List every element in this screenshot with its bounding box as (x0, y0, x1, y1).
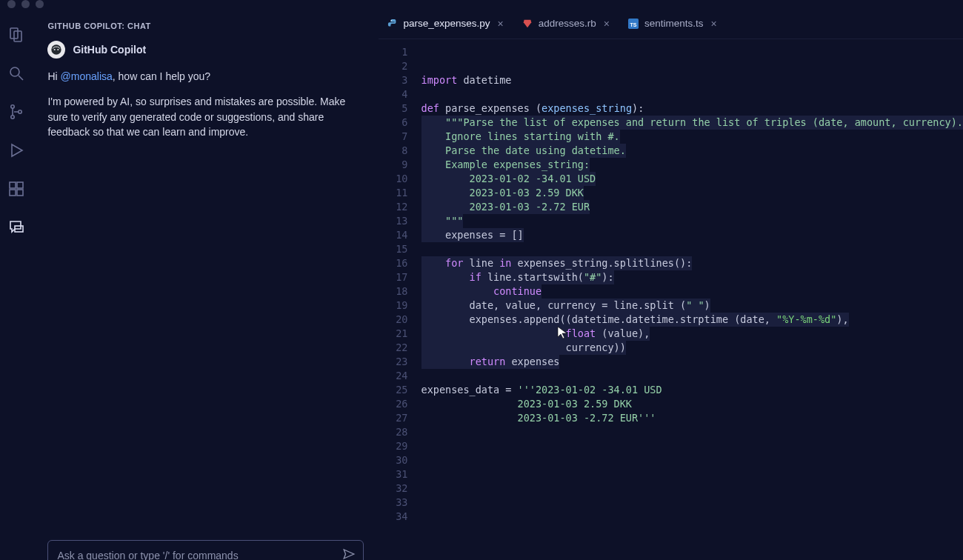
code-line[interactable]: 2023-01-03 -2.72 EUR (421, 200, 964, 214)
svg-rect-7 (10, 182, 16, 188)
copilot-avatar-icon (47, 41, 65, 59)
svg-point-12 (52, 44, 61, 54)
svg-point-14 (58, 49, 59, 50)
chat-input[interactable] (47, 540, 363, 560)
close-icon[interactable]: × (498, 18, 504, 30)
tab-parse-expenses[interactable]: parse_expenses.py × (379, 8, 513, 39)
code-line[interactable]: for line in expenses_string.splitlines()… (421, 256, 964, 270)
code-line[interactable]: continue (421, 284, 964, 299)
activity-bar (0, 8, 33, 560)
svg-point-4 (11, 105, 14, 108)
mention[interactable]: @monalisa (61, 70, 113, 82)
tab-label: addresses.rb (539, 18, 596, 29)
code-line[interactable]: expenses.append((datetime.datetime.strpt… (421, 313, 964, 327)
code-line[interactable]: 2023-01-03 2.59 DKK (421, 397, 964, 411)
code-line[interactable] (421, 439, 964, 453)
window-dot[interactable] (7, 0, 16, 8)
code-line[interactable]: date, value, currency = line.split (" ") (421, 299, 964, 313)
code-line[interactable]: expenses = [] (421, 228, 964, 242)
tab-label: sentiments.ts (644, 18, 704, 29)
search-icon[interactable] (7, 64, 25, 82)
code-line[interactable]: 2023-01-03 2.59 DKK (421, 186, 964, 200)
code-line[interactable]: def parse_expenses (expenses_string): (421, 101, 964, 116)
code-line[interactable]: Example expenses_string: (421, 158, 964, 172)
code-line[interactable]: 2023-01-02 -34.01 USD (421, 172, 964, 186)
code-line[interactable]: """ (421, 214, 964, 228)
code-line[interactable] (421, 467, 964, 481)
code-line[interactable]: expenses_data = '''2023-01-02 -34.01 USD (421, 383, 964, 397)
code-line[interactable] (421, 538, 964, 552)
greeting-message: Hi @monalisa, how can I help you? (47, 69, 363, 84)
disclaimer-message: I'm powered by AI, so surprises and mist… (47, 94, 363, 139)
svg-point-5 (11, 116, 14, 119)
extensions-icon[interactable] (7, 180, 25, 198)
code-line[interactable] (421, 242, 964, 256)
run-debug-icon[interactable] (7, 141, 25, 159)
close-icon[interactable]: × (604, 18, 610, 30)
svg-point-2 (10, 67, 19, 76)
code-line[interactable]: currency)) (421, 341, 964, 355)
code-line[interactable] (421, 369, 964, 383)
svg-point-6 (19, 110, 21, 113)
source-control-icon[interactable] (7, 103, 25, 121)
copilot-chat-panel: GITHUB COPILOT: CHAT GitHub Copilot Hi @… (33, 8, 378, 560)
ruby-file-icon (522, 19, 533, 29)
svg-rect-8 (17, 182, 23, 188)
explorer-icon[interactable] (7, 26, 25, 44)
agent-name: GitHub Copilot (73, 44, 146, 56)
chat-text-input[interactable] (57, 550, 341, 560)
titlebar (0, 0, 963, 8)
window-dot[interactable] (36, 0, 44, 8)
editor-area: parse_expenses.py × addresses.rb × TS se… (379, 8, 964, 560)
code-line[interactable]: 2023-01-03 -2.72 EUR''' (421, 411, 964, 425)
code-line[interactable] (421, 510, 964, 524)
code-content[interactable]: import datetimedef parse_expenses (expen… (421, 45, 964, 560)
code-line[interactable]: import datetime (421, 73, 964, 87)
code-line[interactable] (421, 87, 964, 101)
svg-rect-10 (17, 190, 23, 196)
code-line[interactable]: float (value), (421, 327, 964, 341)
line-number-gutter: 1234567891011121314151617181920212223242… (379, 45, 421, 560)
code-editor[interactable]: 1234567891011121314151617181920212223242… (379, 39, 964, 560)
panel-title: GITHUB COPILOT: CHAT (40, 8, 370, 41)
code-line[interactable] (421, 481, 964, 496)
svg-point-13 (54, 49, 56, 50)
code-line[interactable]: Ignore lines starting with #. (421, 130, 964, 144)
code-line[interactable] (421, 524, 964, 538)
code-line[interactable] (421, 453, 964, 467)
send-button[interactable] (342, 547, 356, 560)
code-line[interactable] (421, 496, 964, 510)
main-layout: GITHUB COPILOT: CHAT GitHub Copilot Hi @… (0, 8, 963, 560)
tab-label: parse_expenses.py (404, 18, 490, 29)
window-dot[interactable] (21, 0, 30, 8)
editor-tabs: parse_expenses.py × addresses.rb × TS se… (379, 8, 964, 39)
code-line[interactable]: """Parse the list of expenses and return… (421, 116, 964, 130)
code-line[interactable]: if line.startswith("#"): (421, 270, 964, 284)
code-line[interactable]: Parse the date using datetime. (421, 144, 964, 158)
python-file-icon (387, 19, 398, 29)
svg-text:TS: TS (630, 21, 637, 27)
svg-rect-9 (10, 190, 16, 196)
svg-line-3 (19, 76, 23, 80)
agent-header: GitHub Copilot (47, 41, 363, 59)
typescript-file-icon: TS (628, 19, 639, 29)
svg-point-15 (390, 19, 391, 20)
chat-icon[interactable] (7, 219, 25, 236)
tab-addresses[interactable]: addresses.rb × (513, 8, 619, 39)
code-line[interactable] (421, 425, 964, 439)
tab-sentiments[interactable]: TS sentiments.ts × (619, 8, 727, 39)
close-icon[interactable]: × (711, 18, 717, 30)
code-line[interactable]: return expenses (421, 355, 964, 369)
